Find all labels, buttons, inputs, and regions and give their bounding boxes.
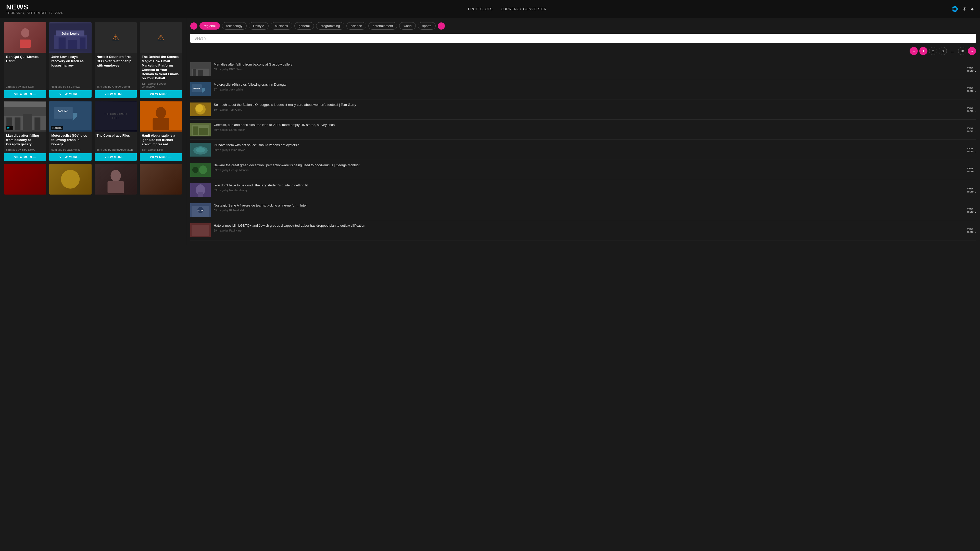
ws-badge: WS [6, 126, 13, 130]
news-card: WS Man dies after falling from balcony a… [4, 101, 46, 161]
view-more-button[interactable]: VIEW MORE... [95, 90, 137, 98]
translate-icon[interactable]: 🌐 [952, 6, 958, 12]
card-thumbnail: THE CONSPIRACY FILES [95, 101, 137, 132]
svg-text:FILES: FILES [112, 117, 119, 119]
svg-point-39 [196, 104, 203, 112]
tab-prev-button[interactable]: ← [190, 22, 197, 30]
list-item: Hate crimes bill: LGBTQ+ and Jewish grou… [190, 220, 976, 240]
card-meta: 52m ago by Favour Ohanekwu [142, 82, 180, 88]
news-card: ⚠ Norfolk Southern fires CEO over relati… [95, 22, 137, 98]
card-content: The Behind-the-Scenes Magic: How Email M… [140, 53, 182, 90]
tab-regional[interactable]: regional [199, 22, 220, 30]
list-item: Beware the great green deception: 'perce… [190, 160, 976, 180]
tab-science[interactable]: science [347, 22, 366, 30]
bottom-cards-grid: WS Man dies after falling from balcony a… [4, 101, 182, 161]
error-icon: ⚠ [157, 33, 164, 42]
tab-technology[interactable]: technology [222, 22, 247, 30]
list-view-more-link[interactable]: viewmore... [967, 187, 976, 193]
thumb-image [190, 163, 211, 177]
thumb-image [190, 143, 211, 157]
list-item-content: So much about the Ballon d'Or suggests i… [214, 103, 964, 111]
view-more-button[interactable]: VIEW MORE... [49, 90, 91, 98]
theme-icon[interactable]: ☀ [962, 6, 967, 12]
tab-general[interactable]: general [294, 22, 314, 30]
tab-next-button[interactable]: → [438, 22, 445, 30]
list-item-title: 'I'll have them with hot sauce': should … [214, 143, 964, 148]
left-panel: Bon Qui Qui 'Memba Her?! 33m ago by TMZ … [0, 18, 186, 245]
view-more-button[interactable]: VIEW MORE... [140, 153, 182, 161]
card-image [95, 164, 137, 195]
view-more-button[interactable]: VIEW MORE... [95, 153, 137, 161]
header-icons: 🌐 ☀ ● [952, 6, 974, 12]
card-title: Man dies after falling from balcony at G… [6, 133, 44, 147]
view-more-button[interactable]: VIEW MORE... [4, 153, 46, 161]
page-ellipsis[interactable]: ... [948, 47, 956, 55]
card-image [140, 164, 182, 195]
github-icon[interactable]: ● [971, 6, 974, 12]
view-more-button[interactable]: VIEW MORE... [49, 153, 91, 161]
list-item: Man dies after falling from balcony at G… [190, 59, 976, 79]
list-thumbnail [190, 163, 211, 177]
search-input[interactable] [190, 34, 976, 43]
card-content: Hanif Abdurraqib is a 'genius.' His frie… [140, 132, 182, 153]
card-meta: 45m ago by BBC News [51, 85, 89, 88]
card-title: The Behind-the-Scenes Magic: How Email M… [142, 55, 180, 81]
page-next-button[interactable]: → [968, 47, 976, 55]
svg-rect-58 [192, 225, 209, 236]
tab-entertainment[interactable]: entertainment [368, 22, 398, 30]
list-view-more-link[interactable]: viewmore... [967, 227, 976, 233]
list-view-more-link[interactable]: viewmore... [967, 147, 976, 153]
person-silhouette [18, 27, 33, 48]
list-view-more-link[interactable]: viewmore... [967, 167, 976, 173]
card-image: ⚠ [140, 22, 182, 53]
tab-programming[interactable]: programming [316, 22, 344, 30]
news-card: John Lewis John Lewis says recovery on t… [49, 22, 91, 98]
card-image [4, 22, 46, 53]
nav-currency-converter[interactable]: CURRENCY CONVERTER [501, 7, 547, 11]
thumb-image [190, 62, 211, 76]
list-item-title: Man dies after falling from balcony at G… [214, 62, 964, 67]
list-thumbnail: GARDA [190, 83, 211, 96]
page-prev-button[interactable]: ← [910, 47, 918, 55]
list-item-content: Motorcyclist (60s) dies following crash … [214, 83, 964, 91]
list-view-more-link[interactable]: viewmore... [967, 207, 976, 213]
list-item-title: Nostalgic Serie A five-a-side teams: pic… [214, 203, 964, 208]
list-item-title: Beware the great green deception: 'perce… [214, 163, 964, 168]
view-more-button[interactable]: VIEW MORE... [4, 90, 46, 98]
store-image: John Lewis [49, 22, 91, 53]
card-content: Man dies after falling from balcony at G… [4, 132, 46, 153]
card-title: Bon Qui Qui 'Memba Her?! [6, 55, 44, 64]
svg-rect-49 [199, 165, 207, 174]
card-title: John Lewis says recovery on track as los… [51, 55, 89, 68]
view-more-button[interactable]: VIEW MORE... [140, 90, 182, 98]
tab-sports[interactable]: sports [418, 22, 436, 30]
tab-business[interactable]: business [270, 22, 292, 30]
svg-rect-20 [95, 102, 137, 130]
header-date: THURSDAY, SEPTEMBER 12, 2024 [6, 11, 63, 15]
list-view-more-link[interactable]: viewmore... [967, 106, 976, 113]
list-item-content: 'I'll have them with hot sauce': should … [214, 143, 964, 151]
list-item-title: Motorcyclist (60s) dies following crash … [214, 83, 964, 87]
tab-lifestyle[interactable]: lifestyle [249, 22, 268, 30]
list-thumbnail [190, 62, 211, 76]
list-view-more-link[interactable]: viewmore... [967, 127, 976, 133]
svg-text:THE CONSPIRACY: THE CONSPIRACY [104, 113, 127, 116]
page-3-button[interactable]: 3 [939, 47, 947, 55]
top-cards-grid: Bon Qui Qui 'Memba Her?! 33m ago by TMZ … [4, 22, 182, 98]
news-card: Bon Qui Qui 'Memba Her?! 33m ago by TMZ … [4, 22, 46, 98]
page-2-button[interactable]: 2 [929, 47, 937, 55]
card-image: John Lewis [49, 22, 91, 53]
list-item-meta: 55m ago by BBC News [214, 68, 964, 71]
conspiracy-image: THE CONSPIRACY FILES [95, 101, 137, 132]
page-10-button[interactable]: 10 [958, 47, 966, 55]
thumb-image [190, 223, 211, 237]
list-view-more-link[interactable]: viewmore... [967, 86, 976, 92]
page-1-button[interactable]: 1 [919, 47, 928, 55]
svg-point-27 [110, 170, 121, 181]
tab-world[interactable]: world [399, 22, 416, 30]
nav-fruit-slots[interactable]: FRUIT SLOTS [468, 7, 493, 11]
svg-rect-12 [14, 118, 21, 130]
card-image: WS [4, 101, 46, 132]
list-view-more-link[interactable]: viewmore... [967, 66, 976, 72]
list-item: So much about the Ballon d'Or suggests i… [190, 100, 976, 119]
